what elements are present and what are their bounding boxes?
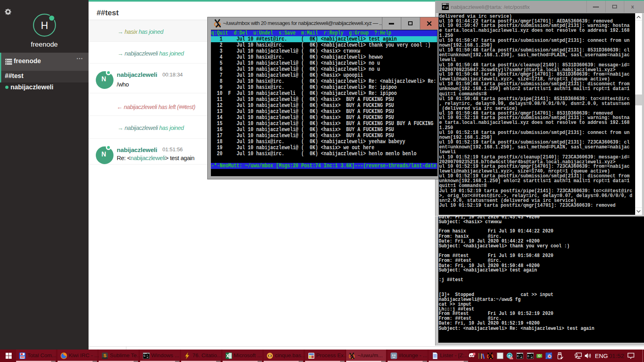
svg-text:S: S	[103, 353, 106, 358]
svg-text:C:\: C:\	[443, 6, 449, 9]
svg-text:C:\: C:\	[144, 355, 149, 358]
svg-text:e: e	[508, 353, 511, 358]
svg-text:!: !	[511, 357, 512, 359]
